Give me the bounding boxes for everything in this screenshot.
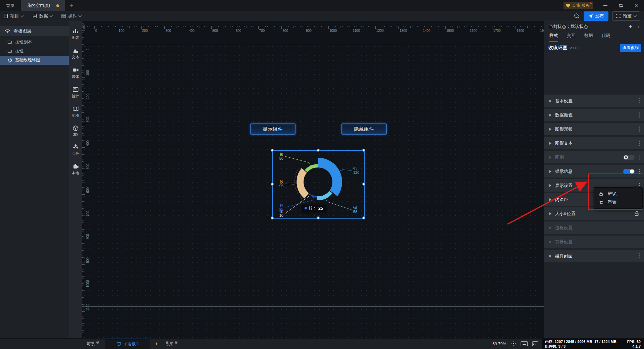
section-边框设置[interactable]: 边框设置	[544, 221, 644, 234]
fit-screen-icon[interactable]	[511, 341, 517, 347]
selection-handle[interactable]	[317, 149, 320, 152]
ruler-tick	[204, 26, 205, 27]
foreground-button[interactable]: 前景 ⊕	[87, 339, 99, 349]
ruler-label: 400	[189, 29, 195, 33]
tool-图表[interactable]: 图表	[72, 28, 79, 40]
canvas[interactable]: 0100200300400500600700800900100011001200…	[82, 21, 544, 338]
selection-handle[interactable]	[271, 183, 274, 186]
board-tab-active[interactable]: 子看板1	[105, 339, 150, 349]
ruler-tick	[82, 187, 84, 188]
section-图例[interactable]: 图例	[544, 151, 644, 163]
expand-caret-icon[interactable]	[549, 170, 551, 173]
layer-item-基础玫瑰环图[interactable]: 基础玫瑰环图	[0, 56, 69, 65]
section-大小&位置[interactable]: 大小&位置	[544, 207, 644, 220]
console-icon[interactable]	[532, 341, 538, 346]
new-tab-button[interactable]: +	[65, 0, 78, 11]
add-board-button[interactable]: +	[150, 339, 163, 349]
section-menu-dots[interactable]	[639, 140, 640, 146]
ruler-tick	[82, 159, 84, 159]
tab-样式[interactable]: 样式	[549, 33, 558, 42]
window-restore-button[interactable]	[613, 0, 629, 11]
add-state-button[interactable]: +	[629, 23, 632, 30]
layer-item-按钮副本[interactable]: 按钮副本	[0, 38, 69, 47]
section-基本设置[interactable]: 基本设置	[544, 95, 644, 107]
ruler-tick	[164, 26, 165, 29]
menu-项目[interactable]: 项目	[3, 13, 23, 19]
tab-project[interactable]: 我的空白项目	[21, 0, 65, 11]
tool-媒体[interactable]: 媒体	[72, 67, 79, 79]
toggle-on[interactable]	[623, 169, 635, 174]
selection-handle[interactable]	[362, 149, 365, 152]
ruler-tick	[357, 26, 357, 27]
expand-caret-icon[interactable]	[549, 227, 551, 229]
selection-handle[interactable]	[362, 216, 365, 219]
tutorial-button[interactable]: 查看教程	[620, 44, 641, 52]
background-button[interactable]: 背景 ⊕	[165, 339, 178, 349]
expand-caret-icon[interactable]	[549, 114, 551, 116]
tab-home[interactable]: 首页	[0, 0, 21, 11]
section-背景设置[interactable]: 背景设置	[544, 236, 644, 248]
section-图形文本[interactable]: 图形文本	[544, 137, 644, 149]
tool-地图[interactable]: 地图	[72, 106, 79, 118]
toggle-off[interactable]	[623, 155, 635, 160]
window-minimize-button[interactable]	[598, 0, 613, 11]
search-icon[interactable]	[574, 13, 580, 19]
layer-list: 按钮副本按钮基础玫瑰环图	[0, 38, 69, 65]
expand-caret-icon[interactable]	[549, 142, 551, 145]
tool-控件[interactable]: 控件	[72, 86, 79, 99]
section-menu-dots[interactable]	[639, 112, 640, 118]
context-menu-重置[interactable]: 重置	[594, 198, 642, 207]
expand-caret-icon[interactable]	[549, 156, 551, 159]
layer-item-按钮[interactable]: 按钮	[0, 47, 69, 56]
expand-caret-icon[interactable]	[549, 212, 551, 215]
menubar-right: 发布 预览	[574, 11, 644, 21]
tab-数据[interactable]: 数据	[584, 33, 593, 42]
selection-handle[interactable]	[271, 149, 274, 152]
menu-数据[interactable]: 数据	[32, 13, 52, 19]
ruler-tick	[82, 75, 84, 75]
memory-status: 内存: 1207 / 2845 / 4096 MB 17 / 1224 MB	[545, 340, 616, 344]
selection-handle[interactable]	[271, 216, 274, 219]
menu-label: 项目	[10, 13, 19, 19]
section-menu-dots[interactable]	[639, 126, 640, 132]
chevron-right-icon[interactable]: ›	[638, 24, 639, 30]
expand-caret-icon[interactable]	[549, 255, 551, 257]
context-menu-解锁[interactable]: 解锁	[594, 189, 642, 198]
section-menu-dots[interactable]	[639, 253, 640, 259]
expand-caret-icon[interactable]	[549, 198, 551, 201]
window-close-button[interactable]: ×	[629, 0, 644, 11]
keyboard-icon[interactable]	[521, 341, 528, 346]
show-component-button[interactable]: 显示组件	[250, 123, 296, 135]
tool-3D[interactable]: 3D	[72, 125, 79, 137]
section-图形形状[interactable]: 图形形状	[544, 123, 644, 135]
ruler-tick	[481, 26, 481, 28]
tab-交互[interactable]: 交互	[567, 33, 576, 42]
tab-代码[interactable]: 代码	[602, 33, 610, 42]
section-组件封面[interactable]: 组件封面	[544, 250, 644, 262]
section-提示信息[interactable]: 提示信息	[544, 165, 644, 178]
expand-caret-icon[interactable]	[549, 128, 551, 131]
tool-本地[interactable]: 本地	[72, 163, 79, 176]
layer-panel-header[interactable]: 看板图层	[0, 26, 69, 36]
section-menu-dots[interactable]	[639, 98, 640, 104]
lock-icon[interactable]	[634, 211, 640, 216]
selection-handle[interactable]	[317, 216, 320, 219]
tool-文本[interactable]: 文本	[72, 47, 79, 60]
selection-handle[interactable]	[362, 183, 365, 186]
add-foreground-icon[interactable]: ⊕	[96, 340, 99, 345]
add-background-icon[interactable]: ⊕	[174, 340, 178, 345]
ruler-tick	[513, 26, 514, 27]
expand-caret-icon[interactable]	[549, 100, 551, 102]
menu-操作[interactable]: 操作	[61, 13, 81, 19]
section-数据颜色[interactable]: 数据颜色	[544, 109, 644, 121]
publish-button[interactable]: 发布	[584, 11, 608, 21]
custom-service-button[interactable]: 定制服务	[564, 2, 593, 9]
expand-caret-icon[interactable]	[549, 184, 551, 187]
section-menu-dots[interactable]	[639, 154, 640, 160]
expand-caret-icon[interactable]	[549, 241, 551, 243]
hide-component-button[interactable]: 隐藏组件	[341, 123, 387, 135]
section-menu-dots[interactable]	[639, 168, 640, 174]
zoom-level[interactable]: 69.79%	[492, 342, 506, 346]
tool-套件[interactable]: 套件	[72, 144, 79, 156]
preview-button[interactable]: 预览	[612, 11, 640, 21]
